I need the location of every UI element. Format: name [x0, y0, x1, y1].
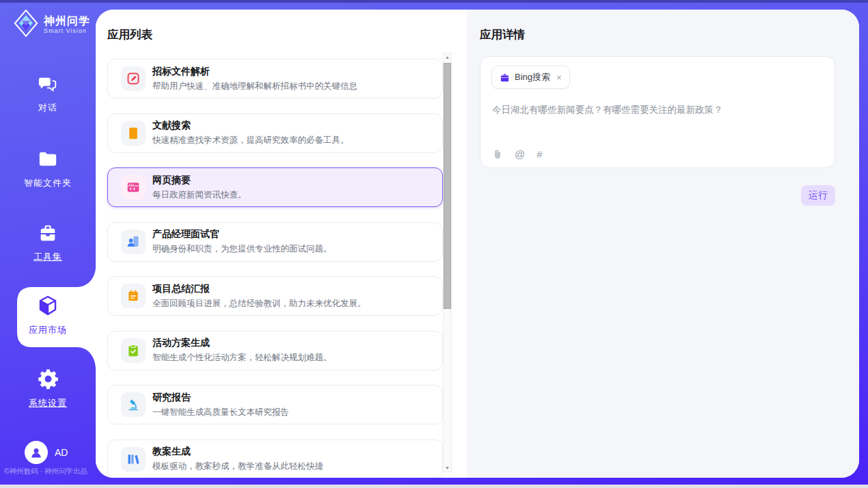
query-text[interactable]: 今日湖北有哪些新闻要点？有哪些需要关注的最新政策？ — [492, 103, 823, 117]
user-account[interactable]: AD — [25, 441, 68, 464]
sidebar: 神州问学 Smart Vision 对话 智能文件夹 工具集 — [0, 0, 96, 488]
app-card-literature-search[interactable]: 文献搜索 快速精准查找学术资源，提高研究效率的必备工具。 — [107, 113, 443, 153]
report-note-icon — [121, 284, 146, 308]
scrollbar-thumb[interactable] — [444, 63, 451, 309]
sidebar-item-app-market[interactable]: 应用市场 — [0, 295, 96, 336]
research-icon — [121, 392, 146, 417]
tool-tag-bing-search[interactable]: Bing搜索 × — [491, 66, 570, 89]
edit-doc-icon — [121, 66, 146, 91]
main-panel: 应用列表 招标文件解析 帮助用户快速、准确地理解和解析招标书中的关键信息 文献搜… — [96, 10, 859, 478]
app-card-pm-interviewer[interactable]: 产品经理面试官 明确身份和职责，为您提供专业性的面试问题。 — [107, 222, 443, 262]
scroll-down-icon[interactable]: ▼ — [444, 465, 451, 470]
app-list-panel: 应用列表 招标文件解析 帮助用户快速、准确地理解和解析招标书中的关键信息 文献搜… — [96, 10, 467, 478]
copyright-text: ©神州数码 · 神州问学出品 — [4, 467, 87, 476]
prompt-input-card[interactable]: Bing搜索 × 今日湖北有哪些新闻要点？有哪些需要关注的最新政策？ @ # — [480, 56, 835, 168]
briefcase-icon — [500, 72, 510, 83]
sidebar-item-toolset[interactable]: 工具集 — [0, 223, 96, 263]
books-icon — [121, 447, 146, 472]
sidebar-item-settings[interactable]: 系统设置 — [0, 368, 96, 409]
toolbox-icon — [38, 223, 58, 246]
sidebar-item-label: 智能文件夹 — [24, 177, 72, 189]
app-detail-panel: 应用详情 Bing搜索 × 今日湖北有哪些新闻要点？有哪些需要关注的最新政策？ … — [467, 10, 859, 478]
user-name: AD — [55, 447, 68, 458]
book-icon — [121, 121, 146, 146]
app-card-project-summary[interactable]: 项目总结汇报 全面回顾项目进展，总结经验教训，助力未来优化发展。 — [107, 276, 443, 316]
person-icon — [29, 446, 43, 459]
close-icon[interactable]: × — [556, 72, 562, 83]
avatar — [25, 441, 48, 464]
app-card-lesson-plan[interactable]: 教案生成 模板驱动，教案秒成，教学准备从此轻松快捷 — [107, 439, 443, 478]
input-toolbar: @ # — [492, 148, 543, 160]
app-detail-title: 应用详情 — [480, 27, 525, 42]
clipboard-check-icon — [121, 338, 146, 363]
chat-icon — [38, 74, 58, 97]
brand: 神州问学 Smart Vision — [14, 10, 90, 40]
window-top-edge — [0, 0, 868, 3]
scroll-up-icon[interactable]: ▲ — [444, 55, 451, 59]
sidebar-item-label: 应用市场 — [29, 324, 67, 336]
app-card-list: 招标文件解析 帮助用户快速、准确地理解和解析招标书中的关键信息 文献搜索 快速精… — [107, 59, 443, 478]
interviewer-icon — [121, 230, 146, 254]
brand-name: 神州问学 — [44, 15, 90, 27]
gear-icon — [38, 368, 59, 392]
sidebar-item-chat[interactable]: 对话 — [0, 74, 96, 114]
brand-subtitle: Smart Vision — [44, 27, 90, 34]
app-card-bid-parsing[interactable]: 招标文件解析 帮助用户快速、准确地理解和解析招标书中的关键信息 — [107, 59, 443, 98]
run-button[interactable]: 运行 — [801, 185, 835, 206]
sidebar-item-label: 系统设置 — [29, 397, 67, 409]
tool-tag-label: Bing搜索 — [515, 71, 550, 83]
folder-icon — [38, 149, 58, 172]
brand-logo-icon — [14, 10, 38, 40]
browser-icon — [121, 175, 146, 200]
hash-icon[interactable]: # — [537, 148, 542, 160]
cube-icon — [37, 295, 59, 319]
app-card-research-report[interactable]: 研究报告 一键智能生成高质量长文本研究报告 — [107, 385, 443, 424]
app-card-web-summary[interactable]: 网页摘要 每日政府新闻资讯快查。 — [107, 167, 443, 207]
app-list-title: 应用列表 — [107, 27, 152, 42]
paperclip-icon[interactable] — [492, 149, 503, 160]
window-bottom-edge — [0, 485, 868, 488]
scrollbar[interactable]: ▲ ▼ — [443, 53, 452, 472]
sidebar-item-label: 对话 — [38, 102, 57, 114]
sidebar-item-smart-folders[interactable]: 智能文件夹 — [0, 149, 96, 189]
sidebar-item-label: 工具集 — [33, 251, 62, 263]
at-icon[interactable]: @ — [515, 148, 525, 160]
app-card-event-plan[interactable]: 活动方案生成 智能生成个性化活动方案，轻松解决规划难题。 — [107, 331, 443, 370]
